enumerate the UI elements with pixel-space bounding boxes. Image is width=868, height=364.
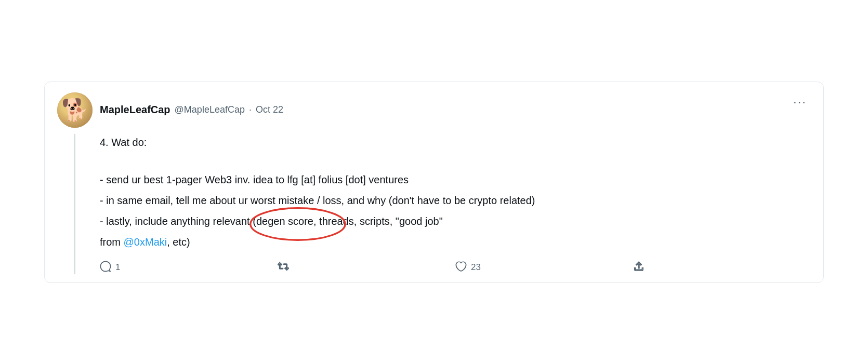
share-action[interactable] — [633, 261, 811, 274]
tweet-line3-circle-text: (degen score, — [253, 215, 316, 227]
tweet-line1: - send ur best 1-pager Web3 inv. idea to… — [100, 171, 811, 188]
tweet-line4-prefix: from — [100, 236, 124, 248]
like-count: 23 — [471, 262, 481, 273]
tweet-header: 🐕 MapleLeafCap @MapleLeafCap · Oct 22 ··… — [57, 92, 811, 128]
more-options-button[interactable]: ··· — [789, 92, 811, 111]
tweet-mention[interactable]: @0xMaki — [124, 236, 167, 248]
tweet-date: Oct 22 — [256, 104, 283, 115]
tweet-line2: - in same email, tell me about ur worst … — [100, 192, 811, 209]
retweet-icon — [278, 261, 289, 274]
left-line-col — [57, 134, 100, 274]
tweet-content: 4. Wat do: - send ur best 1-pager Web3 i… — [100, 134, 811, 274]
tweet-line3: - lastly, include anything relevant (deg… — [100, 213, 811, 230]
separator: · — [249, 104, 252, 115]
avatar-image: 🐕 — [57, 92, 93, 128]
tweet-line4-suffix: , etc) — [167, 236, 190, 248]
degen-circle-wrapper: (degen score, — [253, 213, 316, 230]
reply-icon — [100, 261, 111, 274]
tweet-intro: 4. Wat do: — [100, 134, 811, 151]
tweet-line4: from @0xMaki, etc) — [100, 234, 811, 250]
tweet-card: 🐕 MapleLeafCap @MapleLeafCap · Oct 22 ··… — [44, 82, 824, 283]
tweet-header-left: 🐕 MapleLeafCap @MapleLeafCap · Oct 22 — [57, 92, 283, 128]
tweet-line3-suffix: threads, scripts, "good job" — [317, 215, 443, 227]
reply-count: 1 — [115, 262, 120, 273]
share-icon — [633, 261, 645, 274]
author-meta: MapleLeafCap @MapleLeafCap · Oct 22 — [100, 104, 283, 116]
author-name: MapleLeafCap — [100, 104, 170, 116]
like-icon — [455, 261, 467, 274]
reply-action[interactable]: 1 — [100, 261, 278, 274]
retweet-action[interactable] — [278, 261, 455, 274]
like-action[interactable]: 23 — [455, 261, 633, 274]
avatar: 🐕 — [57, 92, 93, 128]
tweet-line3-prefix: - lastly, include anything relevant — [100, 215, 253, 227]
author-info: MapleLeafCap @MapleLeafCap · Oct 22 — [100, 104, 283, 116]
author-handle: @MapleLeafCap — [175, 104, 245, 115]
tweet-text: 4. Wat do: - send ur best 1-pager Web3 i… — [100, 134, 811, 250]
tweet-body: 4. Wat do: - send ur best 1-pager Web3 i… — [57, 134, 811, 274]
vertical-line — [74, 134, 75, 274]
tweet-actions: 1 23 — [100, 261, 811, 274]
